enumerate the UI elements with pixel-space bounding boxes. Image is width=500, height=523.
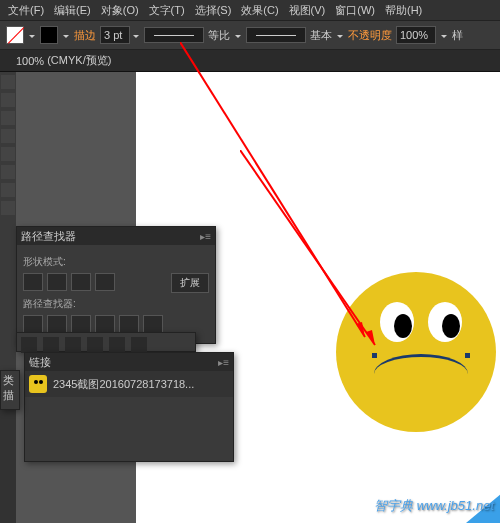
pathfinder-crop[interactable] (95, 315, 115, 333)
tool-btn[interactable] (1, 183, 15, 197)
menu-effect[interactable]: 效果(C) (237, 1, 282, 20)
tool-btn[interactable] (1, 129, 15, 143)
menu-object[interactable]: 对象(O) (97, 1, 143, 20)
link-thumbnail (29, 375, 47, 393)
links-header[interactable]: 链接 ▸≡ (25, 353, 233, 371)
align-right-icon[interactable] (65, 337, 81, 353)
uniform-label: 等比 (208, 28, 230, 43)
shape-modes-label: 形状模式: (23, 255, 209, 269)
basic-label: 基本 (310, 28, 332, 43)
emoji-face[interactable] (336, 272, 496, 432)
doc-zoom: 100% (16, 55, 44, 67)
menubar: 文件(F) 编辑(E) 对象(O) 文字(T) 选择(S) 效果(C) 视图(V… (0, 0, 500, 20)
panel-menu-icon[interactable]: ▸≡ (200, 231, 211, 242)
tool-btn[interactable] (1, 75, 15, 89)
doc-mode: (CMYK/预览) (47, 53, 111, 68)
menu-select[interactable]: 选择(S) (191, 1, 236, 20)
stroke-dropdown-icon[interactable] (62, 31, 70, 39)
brush-definition[interactable] (246, 27, 306, 43)
panel-header[interactable]: 路径查找器 ▸≡ (17, 227, 215, 245)
style-label: 样 (452, 28, 463, 43)
align-bottom-icon[interactable] (131, 337, 147, 353)
tools-panel (0, 72, 16, 372)
stroke-label: 描边 (74, 28, 96, 43)
stroke-tab-label: 描 (3, 388, 17, 403)
document-tab[interactable]: 100% (CMYK/预览) (0, 50, 500, 72)
emoji-eye-right (428, 302, 462, 342)
pathfinder-outline[interactable] (119, 315, 139, 333)
tool-btn[interactable] (1, 111, 15, 125)
align-panel (16, 332, 196, 352)
tool-btn[interactable] (1, 93, 15, 107)
stroke-swatch[interactable] (40, 26, 58, 44)
fill-dropdown-icon[interactable] (28, 31, 36, 39)
shape-mode-intersect[interactable] (71, 273, 91, 291)
opacity-label: 不透明度 (348, 28, 392, 43)
link-filename: 2345截图20160728173718... (53, 377, 194, 392)
links-title: 链接 (29, 355, 51, 370)
menu-file[interactable]: 文件(F) (4, 1, 48, 20)
expand-button[interactable]: 扩展 (171, 273, 209, 293)
control-bar: 描边 3 pt 等比 基本 不透明度 100% 样 (0, 20, 500, 50)
menu-help[interactable]: 帮助(H) (381, 1, 426, 20)
tool-btn[interactable] (1, 147, 15, 161)
stroke-width-field[interactable]: 3 pt (100, 26, 130, 44)
opacity-dropdown-icon[interactable] (440, 31, 448, 39)
pathfinder-minusback[interactable] (143, 315, 163, 333)
emoji-eye-left (380, 302, 414, 342)
menu-view[interactable]: 视图(V) (285, 1, 330, 20)
pathfinders-label: 路径查找器: (23, 297, 209, 311)
type-tab-label: 类 (3, 373, 17, 388)
align-left-icon[interactable] (21, 337, 37, 353)
menu-edit[interactable]: 编辑(E) (50, 1, 95, 20)
links-panel: 链接 ▸≡ 2345截图20160728173718... (24, 352, 234, 462)
align-middle-icon[interactable] (109, 337, 125, 353)
watermark: 智宇典 www.jb51.net (374, 497, 494, 515)
fill-swatch[interactable] (6, 26, 24, 44)
stroke-width-dropdown-icon[interactable] (132, 31, 140, 39)
uniform-dropdown-icon[interactable] (234, 31, 242, 39)
shape-mode-minus[interactable] (47, 273, 67, 291)
tool-btn[interactable] (1, 165, 15, 179)
pathfinder-merge[interactable] (71, 315, 91, 333)
stroke-profile[interactable] (144, 27, 204, 43)
shape-mode-exclude[interactable] (95, 273, 115, 291)
opacity-field[interactable]: 100% (396, 26, 436, 44)
menu-type[interactable]: 文字(T) (145, 1, 189, 20)
pathfinder-title: 路径查找器 (21, 229, 76, 244)
pathfinder-divide[interactable] (23, 315, 43, 333)
link-item[interactable]: 2345截图20160728173718... (25, 371, 233, 397)
align-top-icon[interactable] (87, 337, 103, 353)
menu-window[interactable]: 窗口(W) (331, 1, 379, 20)
align-center-icon[interactable] (43, 337, 59, 353)
pathfinder-trim[interactable] (47, 315, 67, 333)
collapsed-panel[interactable]: 类 描 (0, 370, 20, 410)
emoji-mouth-path[interactable] (374, 354, 468, 374)
brush-dropdown-icon[interactable] (336, 31, 344, 39)
shape-mode-unite[interactable] (23, 273, 43, 291)
pathfinder-panel: 路径查找器 ▸≡ 形状模式: 扩展 路径查找器: (16, 226, 216, 344)
panel-menu-icon[interactable]: ▸≡ (218, 357, 229, 368)
tool-btn[interactable] (1, 201, 15, 215)
